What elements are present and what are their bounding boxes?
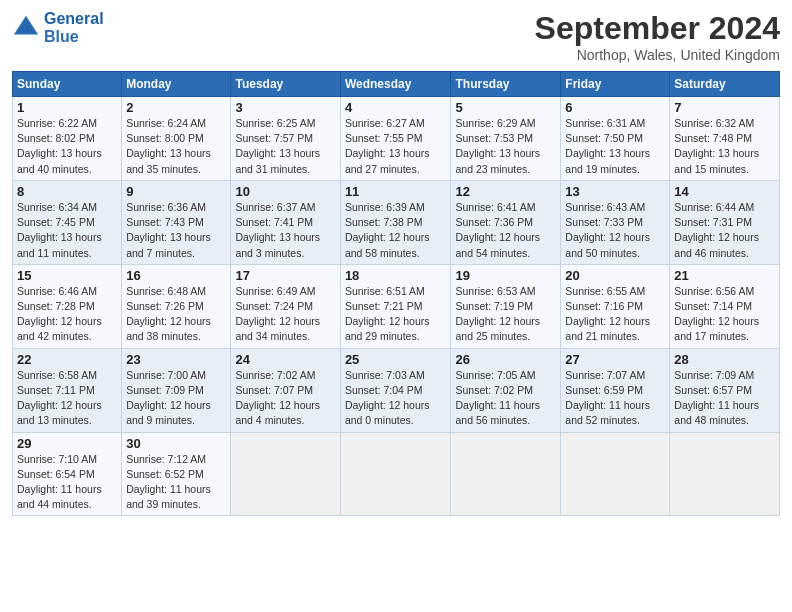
day-info: Sunrise: 7:05 AMSunset: 7:02 PMDaylight:…: [455, 368, 556, 429]
calendar-cell: 19Sunrise: 6:53 AMSunset: 7:19 PMDayligh…: [451, 264, 561, 348]
day-info: Sunrise: 6:58 AMSunset: 7:11 PMDaylight:…: [17, 368, 117, 429]
week-row-5: 29Sunrise: 7:10 AMSunset: 6:54 PMDayligh…: [13, 432, 780, 516]
calendar-cell: 24Sunrise: 7:02 AMSunset: 7:07 PMDayligh…: [231, 348, 340, 432]
day-info: Sunrise: 6:27 AMSunset: 7:55 PMDaylight:…: [345, 116, 447, 177]
day-info: Sunrise: 6:53 AMSunset: 7:19 PMDaylight:…: [455, 284, 556, 345]
day-number: 16: [126, 268, 226, 283]
calendar-cell: 2Sunrise: 6:24 AMSunset: 8:00 PMDaylight…: [122, 97, 231, 181]
calendar-cell: 26Sunrise: 7:05 AMSunset: 7:02 PMDayligh…: [451, 348, 561, 432]
week-row-1: 1Sunrise: 6:22 AMSunset: 8:02 PMDaylight…: [13, 97, 780, 181]
calendar-cell: 18Sunrise: 6:51 AMSunset: 7:21 PMDayligh…: [340, 264, 451, 348]
day-info: Sunrise: 6:29 AMSunset: 7:53 PMDaylight:…: [455, 116, 556, 177]
day-number: 19: [455, 268, 556, 283]
day-number: 27: [565, 352, 665, 367]
location: Northop, Wales, United Kingdom: [535, 47, 780, 63]
weekday-header-saturday: Saturday: [670, 72, 780, 97]
day-info: Sunrise: 7:02 AMSunset: 7:07 PMDaylight:…: [235, 368, 335, 429]
day-number: 28: [674, 352, 775, 367]
day-number: 2: [126, 100, 226, 115]
day-number: 15: [17, 268, 117, 283]
day-number: 8: [17, 184, 117, 199]
calendar-container: General Blue September 2024 Northop, Wal…: [0, 0, 792, 526]
calendar-cell: 11Sunrise: 6:39 AMSunset: 7:38 PMDayligh…: [340, 180, 451, 264]
day-number: 1: [17, 100, 117, 115]
calendar-cell: 1Sunrise: 6:22 AMSunset: 8:02 PMDaylight…: [13, 97, 122, 181]
week-row-2: 8Sunrise: 6:34 AMSunset: 7:45 PMDaylight…: [13, 180, 780, 264]
day-number: 5: [455, 100, 556, 115]
day-info: Sunrise: 6:56 AMSunset: 7:14 PMDaylight:…: [674, 284, 775, 345]
calendar-table: SundayMondayTuesdayWednesdayThursdayFrid…: [12, 71, 780, 516]
day-number: 14: [674, 184, 775, 199]
day-number: 23: [126, 352, 226, 367]
weekday-header-row: SundayMondayTuesdayWednesdayThursdayFrid…: [13, 72, 780, 97]
day-info: Sunrise: 6:41 AMSunset: 7:36 PMDaylight:…: [455, 200, 556, 261]
day-info: Sunrise: 6:31 AMSunset: 7:50 PMDaylight:…: [565, 116, 665, 177]
day-number: 7: [674, 100, 775, 115]
calendar-cell: 21Sunrise: 6:56 AMSunset: 7:14 PMDayligh…: [670, 264, 780, 348]
week-row-4: 22Sunrise: 6:58 AMSunset: 7:11 PMDayligh…: [13, 348, 780, 432]
day-number: 12: [455, 184, 556, 199]
day-number: 30: [126, 436, 226, 451]
day-info: Sunrise: 6:55 AMSunset: 7:16 PMDaylight:…: [565, 284, 665, 345]
day-info: Sunrise: 7:00 AMSunset: 7:09 PMDaylight:…: [126, 368, 226, 429]
calendar-cell: 25Sunrise: 7:03 AMSunset: 7:04 PMDayligh…: [340, 348, 451, 432]
calendar-cell: 10Sunrise: 6:37 AMSunset: 7:41 PMDayligh…: [231, 180, 340, 264]
day-number: 11: [345, 184, 447, 199]
weekday-header-friday: Friday: [561, 72, 670, 97]
logo-icon: [12, 14, 40, 42]
calendar-cell: 23Sunrise: 7:00 AMSunset: 7:09 PMDayligh…: [122, 348, 231, 432]
day-info: Sunrise: 6:46 AMSunset: 7:28 PMDaylight:…: [17, 284, 117, 345]
day-info: Sunrise: 6:24 AMSunset: 8:00 PMDaylight:…: [126, 116, 226, 177]
day-info: Sunrise: 6:34 AMSunset: 7:45 PMDaylight:…: [17, 200, 117, 261]
calendar-cell: 15Sunrise: 6:46 AMSunset: 7:28 PMDayligh…: [13, 264, 122, 348]
day-info: Sunrise: 6:25 AMSunset: 7:57 PMDaylight:…: [235, 116, 335, 177]
day-info: Sunrise: 6:48 AMSunset: 7:26 PMDaylight:…: [126, 284, 226, 345]
day-number: 17: [235, 268, 335, 283]
calendar-cell: 3Sunrise: 6:25 AMSunset: 7:57 PMDaylight…: [231, 97, 340, 181]
calendar-cell: 9Sunrise: 6:36 AMSunset: 7:43 PMDaylight…: [122, 180, 231, 264]
day-info: Sunrise: 6:32 AMSunset: 7:48 PMDaylight:…: [674, 116, 775, 177]
calendar-cell: 16Sunrise: 6:48 AMSunset: 7:26 PMDayligh…: [122, 264, 231, 348]
weekday-header-wednesday: Wednesday: [340, 72, 451, 97]
calendar-cell: 22Sunrise: 6:58 AMSunset: 7:11 PMDayligh…: [13, 348, 122, 432]
calendar-cell: [561, 432, 670, 516]
calendar-cell: 27Sunrise: 7:07 AMSunset: 6:59 PMDayligh…: [561, 348, 670, 432]
month-title: September 2024: [535, 10, 780, 47]
day-number: 20: [565, 268, 665, 283]
day-number: 10: [235, 184, 335, 199]
day-info: Sunrise: 7:10 AMSunset: 6:54 PMDaylight:…: [17, 452, 117, 513]
calendar-cell: 6Sunrise: 6:31 AMSunset: 7:50 PMDaylight…: [561, 97, 670, 181]
calendar-cell: [451, 432, 561, 516]
day-number: 21: [674, 268, 775, 283]
day-number: 26: [455, 352, 556, 367]
calendar-cell: [340, 432, 451, 516]
day-info: Sunrise: 6:36 AMSunset: 7:43 PMDaylight:…: [126, 200, 226, 261]
day-info: Sunrise: 7:12 AMSunset: 6:52 PMDaylight:…: [126, 452, 226, 513]
weekday-header-sunday: Sunday: [13, 72, 122, 97]
weekday-header-monday: Monday: [122, 72, 231, 97]
day-info: Sunrise: 6:39 AMSunset: 7:38 PMDaylight:…: [345, 200, 447, 261]
day-number: 24: [235, 352, 335, 367]
calendar-cell: 4Sunrise: 6:27 AMSunset: 7:55 PMDaylight…: [340, 97, 451, 181]
calendar-cell: 8Sunrise: 6:34 AMSunset: 7:45 PMDaylight…: [13, 180, 122, 264]
weekday-header-tuesday: Tuesday: [231, 72, 340, 97]
calendar-cell: 14Sunrise: 6:44 AMSunset: 7:31 PMDayligh…: [670, 180, 780, 264]
day-info: Sunrise: 7:09 AMSunset: 6:57 PMDaylight:…: [674, 368, 775, 429]
calendar-cell: 17Sunrise: 6:49 AMSunset: 7:24 PMDayligh…: [231, 264, 340, 348]
day-number: 3: [235, 100, 335, 115]
calendar-cell: 29Sunrise: 7:10 AMSunset: 6:54 PMDayligh…: [13, 432, 122, 516]
day-number: 18: [345, 268, 447, 283]
day-number: 13: [565, 184, 665, 199]
week-row-3: 15Sunrise: 6:46 AMSunset: 7:28 PMDayligh…: [13, 264, 780, 348]
day-info: Sunrise: 6:43 AMSunset: 7:33 PMDaylight:…: [565, 200, 665, 261]
day-number: 4: [345, 100, 447, 115]
weekday-header-thursday: Thursday: [451, 72, 561, 97]
day-info: Sunrise: 7:03 AMSunset: 7:04 PMDaylight:…: [345, 368, 447, 429]
day-info: Sunrise: 6:49 AMSunset: 7:24 PMDaylight:…: [235, 284, 335, 345]
day-info: Sunrise: 6:37 AMSunset: 7:41 PMDaylight:…: [235, 200, 335, 261]
day-info: Sunrise: 6:51 AMSunset: 7:21 PMDaylight:…: [345, 284, 447, 345]
day-info: Sunrise: 7:07 AMSunset: 6:59 PMDaylight:…: [565, 368, 665, 429]
logo-text: General Blue: [44, 10, 104, 45]
calendar-cell: 30Sunrise: 7:12 AMSunset: 6:52 PMDayligh…: [122, 432, 231, 516]
calendar-cell: 28Sunrise: 7:09 AMSunset: 6:57 PMDayligh…: [670, 348, 780, 432]
